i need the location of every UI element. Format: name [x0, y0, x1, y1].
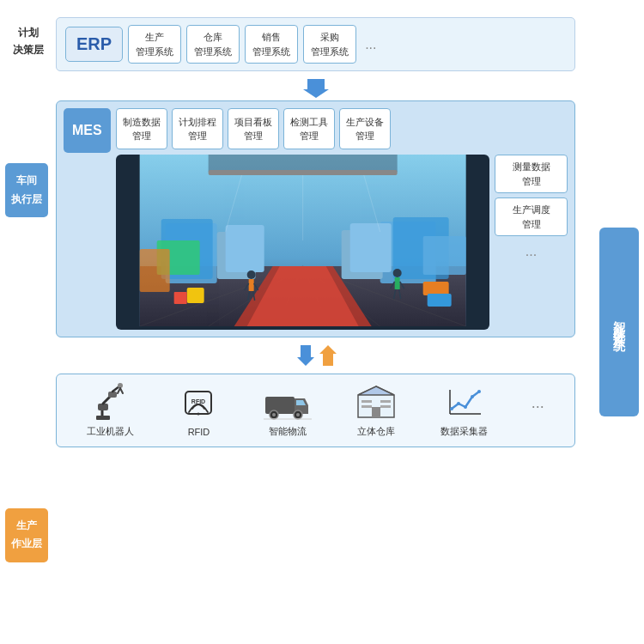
mes-right-dots: ... — [495, 240, 568, 263]
production-section: 工业机器人 RFID RFID — [56, 374, 575, 447]
svg-line-52 — [120, 388, 123, 393]
svg-text:RFID: RFID — [191, 398, 205, 404]
mes-module-3: 项目看板 管理 — [228, 108, 279, 149]
svg-marker-0 — [303, 79, 329, 98]
svg-marker-44 — [319, 345, 337, 366]
mes-right-module-2: 生产调度 管理 — [495, 197, 568, 236]
warehouse-label: 立体仓库 — [357, 425, 395, 438]
svg-point-30 — [392, 269, 401, 277]
left-shengchan-label: 生产 作业层 — [5, 508, 48, 562]
datacollector-label: 数据采集器 — [440, 425, 488, 438]
chejian-text: 车间 执行层 — [11, 174, 42, 205]
svg-point-76 — [464, 405, 467, 409]
svg-rect-70 — [380, 400, 391, 403]
svg-point-61 — [272, 413, 276, 416]
arrow-erp-to-mes — [56, 79, 575, 98]
erp-module-3: 销售 管理系统 — [245, 25, 298, 64]
svg-point-74 — [450, 407, 453, 410]
mes-right-modules: 测量数据 管理 生产调度 管理 ... — [495, 155, 568, 330]
svg-rect-68 — [361, 400, 372, 403]
mes-module-5: 生产设备 管理 — [339, 108, 391, 149]
svg-rect-37 — [427, 294, 451, 307]
erp-dots: ... — [361, 37, 380, 52]
erp-module-2: 仓库 管理系统 — [186, 25, 240, 64]
erp-module-1: 生产 管理系统 — [128, 25, 181, 64]
svg-rect-67 — [372, 407, 380, 417]
production-item-rfid: RFID RFID — [177, 385, 220, 437]
mes-badge: MES — [64, 108, 111, 153]
svg-rect-21 — [349, 223, 391, 272]
left-chejian-label: 车间 执行层 — [5, 163, 48, 217]
svg-rect-14 — [139, 249, 169, 292]
datacollector-icon — [443, 383, 486, 421]
shengchan-text: 生产 作业层 — [11, 519, 42, 550]
factory-scene-svg — [116, 155, 489, 326]
production-item-datacollector: 数据采集器 — [440, 383, 488, 438]
factory-scene — [116, 155, 489, 330]
erp-section: ERP 生产 管理系统 仓库 管理系统 销售 管理系统 采购 管理系统 ... — [56, 17, 575, 71]
svg-point-78 — [477, 390, 481, 393]
bidir-arrow-svg — [290, 343, 342, 368]
svg-rect-22 — [186, 288, 204, 303]
logistics-label: 智能物流 — [269, 425, 307, 438]
svg-rect-25 — [248, 279, 253, 291]
rfid-icon: RFID — [177, 385, 220, 422]
svg-rect-31 — [394, 277, 399, 289]
arrow-mes-prod — [56, 343, 575, 368]
right-system-label: 智能统计系统 — [599, 228, 639, 416]
right-label-text: 智能统计系统 — [611, 312, 627, 332]
svg-rect-38 — [208, 155, 397, 172]
mes-section: MES 制造数据 管理 计划排程 管理 项目看板 管理 检测工具 管理 — [56, 100, 575, 337]
truck-icon — [264, 383, 312, 421]
svg-point-56 — [197, 412, 200, 415]
svg-point-24 — [246, 270, 255, 279]
rfid-label: RFID — [188, 427, 210, 437]
warehouse-icon — [355, 383, 398, 421]
svg-rect-69 — [361, 405, 372, 408]
svg-marker-43 — [297, 345, 314, 366]
svg-rect-71 — [380, 405, 391, 408]
erp-badge: ERP — [65, 27, 123, 62]
mes-module-2: 计划排程 管理 — [172, 108, 223, 149]
mes-right-module-1: 测量数据 管理 — [495, 155, 568, 193]
production-dots: ... — [532, 394, 544, 428]
mes-module-1: 制造数据 管理 — [116, 108, 167, 149]
down-arrow-svg — [303, 79, 329, 98]
production-item-robot: 工业机器人 — [87, 383, 134, 438]
svg-marker-66 — [358, 386, 394, 395]
svg-point-75 — [457, 402, 460, 405]
svg-rect-53 — [96, 416, 110, 420]
svg-point-77 — [471, 395, 474, 398]
page-container: 计划 决策层 车间 执行层 生产 作业层 智能统计系统 ERP 生产 管理系统 … — [0, 0, 644, 644]
left-jihua-label: 计划 决策层 — [7, 24, 50, 59]
mes-module-4: 检测工具 管理 — [283, 108, 335, 149]
production-item-warehouse: 立体仓库 — [355, 383, 398, 438]
production-item-logistics: 智能物流 — [264, 383, 312, 438]
robot-label: 工业机器人 — [87, 425, 134, 438]
svg-rect-36 — [422, 282, 448, 295]
svg-point-63 — [296, 413, 300, 416]
svg-rect-17 — [422, 236, 465, 275]
svg-rect-57 — [265, 397, 295, 414]
svg-rect-42 — [208, 170, 397, 175]
erp-module-4: 采购 管理系统 — [303, 25, 356, 64]
svg-rect-23 — [173, 292, 186, 304]
svg-rect-19 — [225, 225, 264, 272]
jihua-text: 计划 决策层 — [13, 27, 44, 56]
robot-icon — [89, 383, 132, 421]
